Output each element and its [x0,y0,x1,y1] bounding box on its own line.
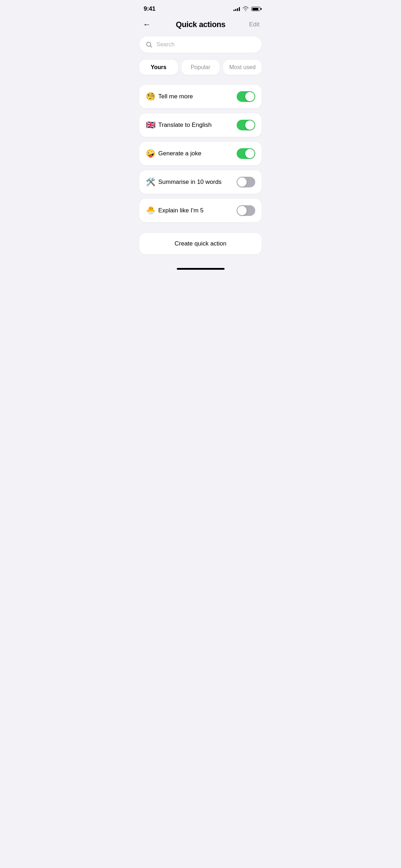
battery-icon [251,7,260,11]
action-label-generate-joke: 🤪Generate a joke [146,150,201,157]
search-placeholder: Search [156,41,256,48]
search-container: Search [134,36,267,60]
actions-list: 🧐Tell me more🇬🇧Translate to English🤪Gene… [134,85,267,222]
signal-bar-4 [239,7,240,11]
action-text-tell-me-more: Tell me more [158,93,193,100]
action-emoji-tell-me-more: 🧐 [146,93,155,100]
edit-button[interactable]: Edit [249,21,259,28]
toggle-knob-summarise [237,177,247,187]
page-title: Quick actions [176,20,225,29]
create-action-container: Create quick action [134,222,267,262]
signal-bar-2 [235,9,236,11]
status-icons [233,5,260,12]
home-bar [177,268,225,270]
action-text-generate-joke: Generate a joke [158,150,201,157]
action-label-translate: 🇬🇧Translate to English [146,121,212,129]
action-label-summarise: 🛠️Summarise in 10 words [146,178,222,186]
toggle-translate[interactable] [237,120,255,130]
svg-line-1 [150,46,152,47]
action-text-summarise: Summarise in 10 words [158,179,222,186]
create-quick-action-button[interactable]: Create quick action [139,233,262,254]
toggle-generate-joke[interactable] [237,148,255,159]
toggle-knob-explain [237,206,247,215]
action-emoji-explain: 🐣 [146,207,155,215]
signal-bars-icon [233,7,240,11]
nav-bar: ← Quick actions Edit [134,16,267,36]
search-icon [145,41,153,48]
tab-popular[interactable]: Popular [181,60,220,75]
search-bar[interactable]: Search [139,36,262,53]
action-item-translate[interactable]: 🇬🇧Translate to English [139,113,262,137]
toggle-tell-me-more[interactable] [237,91,255,102]
toggle-knob-tell-me-more [245,92,255,101]
home-indicator [134,265,267,273]
back-button[interactable]: ← [142,19,152,31]
action-label-tell-me-more: 🧐Tell me more [146,93,193,100]
action-emoji-translate: 🇬🇧 [146,121,155,129]
action-emoji-summarise: 🛠️ [146,178,155,186]
toggle-knob-generate-joke [245,149,255,158]
tab-most-used[interactable]: Most used [223,60,262,75]
action-label-explain: 🐣Explain like I'm 5 [146,207,204,215]
status-bar: 9:41 [134,0,267,16]
action-item-generate-joke[interactable]: 🤪Generate a joke [139,142,262,165]
tabs-container: Yours Popular Most used [134,60,267,85]
battery-fill [252,8,258,10]
toggle-knob-translate [245,120,255,130]
action-item-summarise[interactable]: 🛠️Summarise in 10 words [139,170,262,194]
status-time: 9:41 [144,5,155,12]
action-emoji-generate-joke: 🤪 [146,150,155,157]
wifi-icon [242,5,249,12]
action-text-explain: Explain like I'm 5 [158,207,204,214]
signal-bar-3 [237,8,238,11]
toggle-explain[interactable] [237,205,255,216]
tab-yours[interactable]: Yours [139,60,178,75]
toggle-summarise[interactable] [237,177,255,187]
action-item-tell-me-more[interactable]: 🧐Tell me more [139,85,262,108]
action-item-explain[interactable]: 🐣Explain like I'm 5 [139,199,262,222]
action-text-translate: Translate to English [158,122,212,129]
signal-bar-1 [233,10,235,11]
